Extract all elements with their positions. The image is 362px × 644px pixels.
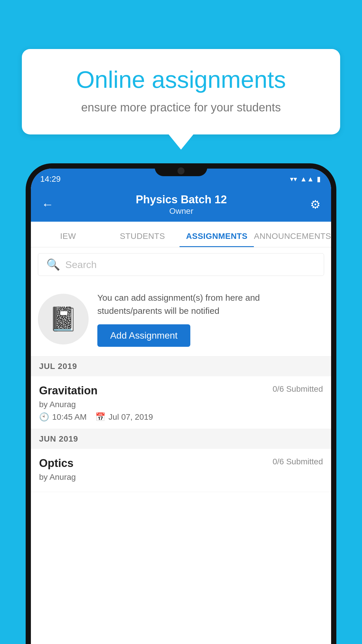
battery-icon: ▮ <box>317 175 321 183</box>
meta-date-gravitation: 📅 Jul 07, 2019 <box>95 412 153 422</box>
settings-icon[interactable]: ⚙ <box>310 198 321 211</box>
assignment-author-gravitation: by Anurag <box>39 400 323 409</box>
signal-icon: ▲▲ <box>300 175 314 183</box>
search-bar: 🔍 Search <box>31 247 331 282</box>
wifi-icon: ▾▾ <box>290 175 297 183</box>
tab-students[interactable]: STUDENTS <box>105 232 180 247</box>
assignment-name-gravitation: Gravitation <box>39 384 98 397</box>
assignment-time-gravitation: 10:45 AM <box>52 412 87 422</box>
clock-icon: 🕙 <box>39 412 49 422</box>
add-assignment-promo: 📓 You can add assignment(s) from here an… <box>31 282 331 356</box>
phone-screen: 14:29 ▾▾ ▲▲ ▮ ← Physics Batch 12 Owner ⚙… <box>31 169 331 644</box>
tab-iew[interactable]: IEW <box>31 232 105 247</box>
app-bar: ← Physics Batch 12 Owner ⚙ <box>31 187 331 222</box>
section-header-jul: JUL 2019 <box>31 356 331 376</box>
app-bar-subtitle: Owner <box>59 206 303 216</box>
assignment-item-gravitation[interactable]: Gravitation 0/6 Submitted by Anurag 🕙 10… <box>31 376 331 429</box>
assignment-author-optics: by Anurag <box>39 473 323 482</box>
speech-bubble-title: Online assignments <box>39 66 323 93</box>
calendar-icon: 📅 <box>95 412 106 422</box>
phone-frame: 14:29 ▾▾ ▲▲ ▮ ← Physics Batch 12 Owner ⚙… <box>26 163 336 644</box>
tab-bar: IEW STUDENTS ASSIGNMENTS ANNOUNCEMENTS <box>31 222 331 247</box>
tab-announcements[interactable]: ANNOUNCEMENTS <box>254 232 331 247</box>
search-icon: 🔍 <box>46 258 60 271</box>
assignment-item-optics[interactable]: Optics 0/6 Submitted by Anurag <box>31 449 331 492</box>
search-input-wrapper[interactable]: 🔍 Search <box>38 253 324 276</box>
app-bar-title: Physics Batch 12 <box>59 193 303 206</box>
meta-time-gravitation: 🕙 10:45 AM <box>39 412 87 422</box>
assignment-meta-gravitation: 🕙 10:45 AM 📅 Jul 07, 2019 <box>39 412 323 422</box>
app-bar-title-area: Physics Batch 12 Owner <box>59 193 303 216</box>
assignment-name-optics: Optics <box>39 457 73 470</box>
assignment-date-gravitation: Jul 07, 2019 <box>108 412 153 422</box>
promo-content: You can add assignment(s) from here and … <box>97 291 323 347</box>
promo-text: You can add assignment(s) from here and … <box>97 291 323 317</box>
notebook-icon: 📓 <box>49 305 78 333</box>
phone-notch <box>155 163 207 176</box>
search-placeholder: Search <box>65 259 97 270</box>
assignment-header-gravitation: Gravitation 0/6 Submitted <box>39 384 323 397</box>
tab-assignments[interactable]: ASSIGNMENTS <box>180 232 254 247</box>
status-icons: ▾▾ ▲▲ ▮ <box>290 173 321 183</box>
status-time: 14:29 <box>40 172 61 184</box>
add-assignment-button[interactable]: Add Assignment <box>97 324 190 347</box>
speech-bubble: Online assignments ensure more practice … <box>22 49 340 134</box>
phone-camera <box>178 167 184 174</box>
assignment-header-optics: Optics 0/6 Submitted <box>39 457 323 470</box>
promo-icon-circle: 📓 <box>38 294 89 344</box>
screen-content: 🔍 Search 📓 You can add assignment(s) fro… <box>31 247 331 644</box>
assignment-submitted-optics: 0/6 Submitted <box>273 457 323 466</box>
section-header-jun: JUN 2019 <box>31 429 331 449</box>
speech-bubble-subtitle: ensure more practice for your students <box>39 101 323 114</box>
assignment-submitted-gravitation: 0/6 Submitted <box>273 384 323 394</box>
back-button[interactable]: ← <box>41 197 54 211</box>
